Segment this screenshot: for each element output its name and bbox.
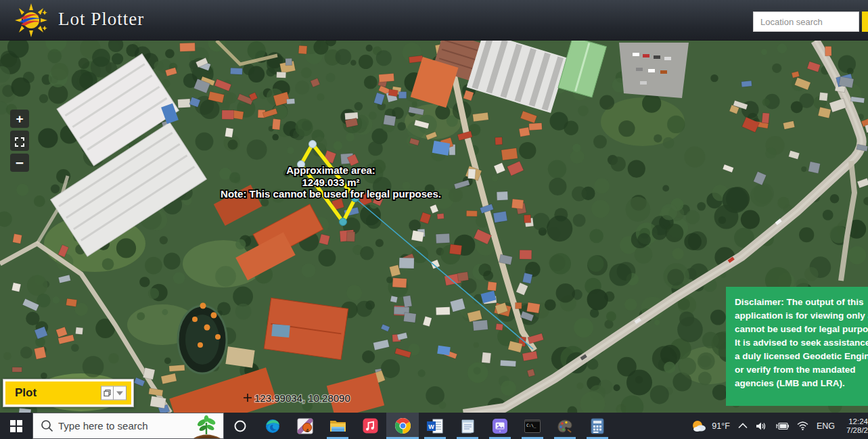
clock-date: 7/28/2 [843, 426, 868, 435]
calculator-icon [591, 418, 604, 434]
paint-icon [557, 419, 573, 434]
file-explorer-icon [329, 419, 346, 434]
show-hidden-icons-chevron[interactable] [738, 423, 748, 429]
cortana-icon [233, 419, 247, 433]
area-label-title: Approximate area: [286, 164, 375, 176]
battery-charging-icon[interactable] [775, 422, 789, 430]
app-header: Lot Plotter [0, 0, 868, 41]
sprout-illustration-icon [191, 413, 222, 438]
taskbar-item-paint[interactable] [549, 413, 581, 439]
temperature-label: 91°F [712, 421, 730, 431]
taskbar-item-edge[interactable] [256, 413, 289, 439]
chevron-down-icon [116, 391, 123, 395]
zoom-out-button[interactable]: − [10, 154, 29, 172]
page-title: Lot Plotter [58, 9, 144, 30]
disclaimer-line: or verify from the mandated [735, 363, 868, 377]
location-search-button[interactable] [862, 11, 868, 32]
taskbar-item-app-4[interactable]: 4 [289, 413, 321, 439]
taskbar-item-calculator[interactable] [581, 413, 614, 439]
itunes-icon [363, 418, 378, 434]
svg-text:W: W [428, 423, 434, 430]
search-icon [41, 419, 53, 432]
svg-text:C:\_: C:\_ [526, 423, 536, 428]
taskbar-item-itunes[interactable] [354, 413, 386, 439]
area-label-value: 1249.033 m² [302, 177, 359, 188]
taskbar-item-word[interactable]: W [419, 413, 451, 439]
plot-control: Plot [3, 379, 134, 407]
taskbar-search[interactable]: Type here to search [32, 413, 224, 439]
taskbar-item-notepad[interactable] [451, 413, 484, 439]
vertex-handle[interactable] [340, 218, 347, 226]
disclaimer-line: It is advised to seek assistance f [735, 336, 868, 350]
taskbar-item-cmd[interactable]: C:\_ [516, 413, 549, 439]
svg-text:4: 4 [306, 428, 309, 434]
disclaimer-line: Disclaimer: The output of this [735, 296, 868, 309]
disclaimer-line: application is for viewing only a [735, 309, 868, 323]
chrome-icon [394, 417, 411, 434]
wifi-icon[interactable] [797, 421, 808, 430]
zoom-in-button[interactable]: + [10, 110, 29, 128]
copy-icon [104, 390, 111, 397]
command-prompt-icon: C:\_ [524, 419, 541, 433]
windows-taskbar: Type here to search [0, 413, 868, 439]
taskbar-icons: 4 [224, 413, 614, 439]
copy-plot-button[interactable] [101, 386, 114, 400]
philippine-sun-logo-icon [14, 3, 49, 37]
weather-widget[interactable]: 91°F [691, 419, 730, 433]
disclaimer-line: a duly licensed Geodetic Engine [735, 350, 868, 363]
taskbar-clock[interactable]: 12:24 7/28/2 [843, 417, 868, 435]
plot-dropdown-button[interactable] [114, 386, 127, 400]
fullscreen-button[interactable] [10, 131, 29, 151]
disclaimer-line: cannot be used for legal purpose [735, 323, 868, 336]
disclaimer-line: agencies (LMB and LRA). [735, 377, 868, 390]
location-search-input[interactable] [753, 11, 859, 32]
word-icon: W [427, 419, 443, 434]
plot-button[interactable]: Plot [5, 382, 131, 405]
windows-logo-icon [10, 420, 22, 432]
lot-plotter-app: Lot Plotter [0, 0, 868, 439]
fullscreen-icon [15, 137, 24, 147]
app-4-icon: 4 [297, 418, 313, 434]
taskbar-item-cortana[interactable] [224, 413, 256, 439]
satellite-map[interactable]: Approximate area: 1249.033 m² Note: This… [0, 41, 868, 413]
taskbar-item-chrome[interactable] [386, 413, 419, 439]
start-button[interactable] [0, 413, 32, 439]
plot-button-label: Plot [15, 386, 37, 399]
sun-cloud-icon [691, 419, 707, 433]
system-tray: 91°F ENG 12:24 7/28/2 [691, 413, 868, 439]
area-label-note: Note: This cannot be used for legal purp… [221, 188, 441, 200]
clock-time: 12:24 [843, 417, 868, 426]
notepad-icon [461, 418, 475, 434]
mouse-coordinates: 123.99034, 10.28090 [254, 392, 350, 404]
language-indicator[interactable]: ENG [817, 421, 835, 431]
edge-icon [265, 418, 281, 434]
taskbar-search-placeholder: Type here to search [58, 420, 148, 432]
vertex-handle[interactable] [309, 141, 317, 148]
taskbar-item-file-explorer[interactable] [321, 413, 354, 439]
taskbar-item-photos[interactable] [484, 413, 516, 439]
disclaimer-box: Disclaimer: The output of this applicati… [726, 287, 868, 406]
volume-icon[interactable] [756, 421, 767, 431]
photos-icon [492, 418, 508, 434]
